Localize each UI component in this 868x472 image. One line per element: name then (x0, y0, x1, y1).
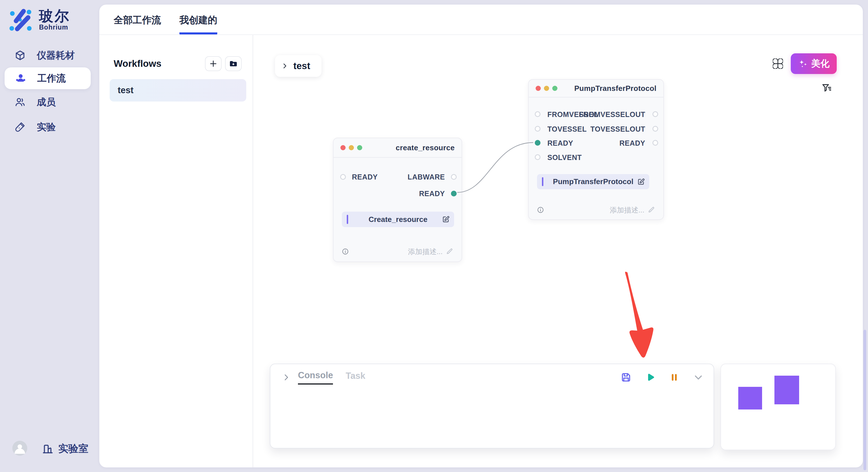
output-port-ready-connected[interactable] (451, 191, 457, 196)
pencil-icon (446, 248, 454, 255)
text-caret (347, 215, 348, 224)
output-port-ready[interactable] (652, 140, 658, 146)
edit-icon[interactable] (637, 177, 645, 186)
output-port-label: READY (419, 190, 445, 198)
tab-all-workflows[interactable]: 全部工作流 (114, 14, 161, 34)
sidebar: 玻尔 Bohrium 仪器耗材 工作流 成员 (0, 0, 99, 472)
sidebar-item-members[interactable]: 成员 (0, 91, 95, 113)
workflow-list-item-test[interactable]: test (110, 79, 246, 102)
run-play-icon[interactable] (645, 372, 656, 383)
import-workflow-button[interactable] (225, 56, 242, 71)
user-avatar[interactable] (12, 441, 27, 456)
traffic-dot-green (357, 145, 362, 150)
sidebar-item-label: 仪器耗材 (37, 49, 74, 62)
input-port-ready-connected[interactable] (535, 140, 540, 146)
breadcrumb[interactable]: test (275, 55, 321, 77)
filter-button[interactable] (820, 81, 834, 95)
node-name: PumpTransferProtocol (553, 177, 633, 186)
minimap-node-rect (738, 387, 762, 409)
output-port-fromvesselout[interactable] (652, 111, 658, 117)
workflow-list-actions (205, 56, 242, 71)
flow-canvas[interactable]: test create_resource READY LABWARE (253, 35, 863, 467)
console-panel: Console Task (270, 364, 714, 448)
page-scrollbar-thumb[interactable] (863, 330, 866, 470)
description-placeholder: 添加描述... (408, 247, 443, 256)
node-connection-edge (457, 142, 533, 193)
input-port-tovessel[interactable] (535, 126, 540, 132)
app-root: 玻尔 Bohrium 仪器耗材 工作流 成员 (0, 0, 868, 472)
pause-icon[interactable] (669, 372, 680, 383)
person-icon (12, 441, 27, 456)
plus-icon (209, 59, 218, 68)
node-header: PumpTransferProtocol (529, 80, 663, 98)
main-content-card: 全部工作流 我创建的 Workflows (99, 5, 863, 467)
input-port-fromvessel[interactable] (535, 111, 540, 117)
sidebar-item-experiments[interactable]: 实验 (0, 115, 95, 138)
test-tube-icon (14, 121, 26, 133)
add-description[interactable]: 添加描述... (408, 247, 454, 256)
output-port-labware[interactable] (451, 174, 457, 180)
output-port-tovesselout[interactable] (652, 126, 658, 132)
minimap[interactable] (720, 364, 836, 450)
brand-logo: 玻尔 Bohrium (9, 9, 70, 31)
node-header: create_resource (334, 138, 462, 158)
red-annotation-arrow (625, 272, 654, 358)
brand-name-zh: 玻尔 (39, 9, 70, 24)
node-name: Create_resource (369, 215, 427, 224)
console-header: Console Task (282, 370, 704, 385)
info-icon[interactable] (537, 206, 544, 214)
workflows-title: Workflows (114, 58, 161, 69)
traffic-dot-yellow (544, 86, 549, 91)
beautify-button[interactable]: 美化 (791, 53, 837, 74)
workflow-list-panel: Workflows test (99, 35, 253, 467)
clover-command-icon (773, 59, 783, 69)
members-icon (14, 96, 26, 108)
tab-task[interactable]: Task (346, 371, 365, 384)
workflow-tabbar: 全部工作流 我创建的 (99, 5, 863, 35)
input-port-ready[interactable] (340, 174, 346, 180)
edit-icon[interactable] (441, 215, 450, 224)
save-icon[interactable] (621, 372, 631, 383)
add-description[interactable]: 添加描述... (610, 205, 655, 215)
folder-download-icon (229, 59, 238, 68)
node-title: PumpTransferProtocol (575, 84, 656, 93)
node-name-row[interactable]: Create_resource (342, 212, 454, 227)
description-placeholder: 添加描述... (610, 205, 644, 215)
tab-my-created[interactable]: 我创建的 (179, 14, 217, 34)
breadcrumb-label: test (293, 61, 310, 71)
beautify-label: 美化 (811, 57, 830, 70)
workflow-group-icon (15, 72, 26, 84)
sidebar-item-label: 工作流 (37, 72, 66, 85)
input-port-solvent[interactable] (535, 154, 540, 160)
text-caret (542, 177, 544, 186)
node-footer: 添加描述... (342, 246, 454, 257)
filter-funnel-icon (821, 82, 832, 94)
info-icon[interactable] (342, 248, 349, 255)
input-port-label: SOLVENT (547, 154, 582, 162)
input-port-label: READY (547, 139, 573, 147)
collapse-chevron-right-icon[interactable] (282, 373, 290, 382)
output-port-label: FROMVESSELOUT (579, 110, 645, 119)
input-port-label: TOVESSEL (547, 125, 587, 133)
lab-switcher[interactable]: 实验室 (42, 442, 88, 456)
output-port-label: TOVESSELOUT (590, 125, 645, 133)
node-pump-transfer-protocol[interactable]: PumpTransferProtocol FROMVESSEL FROMVESS… (528, 79, 664, 220)
output-port-label: READY (619, 139, 645, 147)
building-icon (42, 443, 54, 455)
node-create-resource[interactable]: create_resource READY LABWARE READY Crea… (333, 138, 462, 262)
tab-console[interactable]: Console (298, 370, 333, 384)
command-palette-button[interactable] (772, 57, 784, 70)
box-icon (14, 49, 26, 61)
node-title: create_resource (396, 143, 455, 152)
brand-text: 玻尔 Bohrium (39, 9, 70, 31)
add-workflow-button[interactable] (205, 56, 222, 71)
lab-label: 实验室 (58, 442, 88, 456)
sidebar-item-workflow[interactable]: 工作流 (5, 67, 91, 89)
chevron-right-icon (281, 63, 288, 69)
sidebar-item-instruments[interactable]: 仪器耗材 (0, 44, 95, 67)
node-name-row[interactable]: PumpTransferProtocol (537, 174, 649, 189)
chevron-down-icon[interactable] (693, 372, 704, 383)
traffic-dot-red (536, 86, 541, 91)
pencil-icon (648, 206, 655, 214)
sidebar-item-label: 成员 (37, 96, 56, 109)
